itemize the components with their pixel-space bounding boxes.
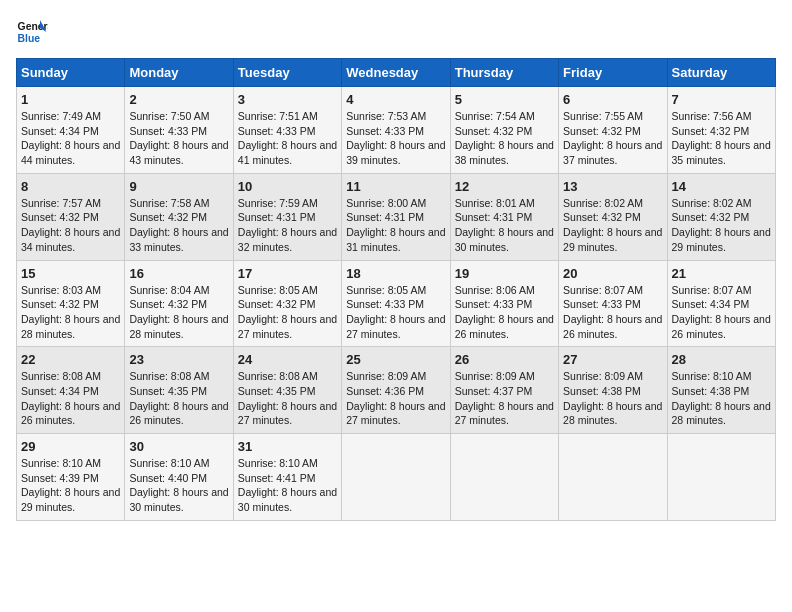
calendar-cell: 9 Sunrise: 7:58 AMSunset: 4:32 PMDayligh… — [125, 173, 233, 260]
calendar-cell: 16 Sunrise: 8:04 AMSunset: 4:32 PMDaylig… — [125, 260, 233, 347]
calendar-table: SundayMondayTuesdayWednesdayThursdayFrid… — [16, 58, 776, 521]
cell-text: Sunrise: 8:09 AMSunset: 4:36 PMDaylight:… — [346, 370, 445, 426]
calendar-cell: 29 Sunrise: 8:10 AMSunset: 4:39 PMDaylig… — [17, 434, 125, 521]
cell-text: Sunrise: 7:49 AMSunset: 4:34 PMDaylight:… — [21, 110, 120, 166]
cell-text: Sunrise: 7:59 AMSunset: 4:31 PMDaylight:… — [238, 197, 337, 253]
calendar-cell: 20 Sunrise: 8:07 AMSunset: 4:33 PMDaylig… — [559, 260, 667, 347]
calendar-cell: 27 Sunrise: 8:09 AMSunset: 4:38 PMDaylig… — [559, 347, 667, 434]
calendar-cell — [667, 434, 775, 521]
calendar-cell: 7 Sunrise: 7:56 AMSunset: 4:32 PMDayligh… — [667, 87, 775, 174]
calendar-cell: 22 Sunrise: 8:08 AMSunset: 4:34 PMDaylig… — [17, 347, 125, 434]
calendar-cell: 31 Sunrise: 8:10 AMSunset: 4:41 PMDaylig… — [233, 434, 341, 521]
calendar-cell: 24 Sunrise: 8:08 AMSunset: 4:35 PMDaylig… — [233, 347, 341, 434]
calendar-cell: 23 Sunrise: 8:08 AMSunset: 4:35 PMDaylig… — [125, 347, 233, 434]
calendar-cell: 14 Sunrise: 8:02 AMSunset: 4:32 PMDaylig… — [667, 173, 775, 260]
calendar-cell — [559, 434, 667, 521]
calendar-cell: 12 Sunrise: 8:01 AMSunset: 4:31 PMDaylig… — [450, 173, 558, 260]
cell-text: Sunrise: 8:08 AMSunset: 4:35 PMDaylight:… — [238, 370, 337, 426]
cell-text: Sunrise: 8:01 AMSunset: 4:31 PMDaylight:… — [455, 197, 554, 253]
calendar-cell: 26 Sunrise: 8:09 AMSunset: 4:37 PMDaylig… — [450, 347, 558, 434]
day-number: 3 — [238, 92, 337, 107]
day-number: 28 — [672, 352, 771, 367]
calendar-cell: 15 Sunrise: 8:03 AMSunset: 4:32 PMDaylig… — [17, 260, 125, 347]
day-number: 20 — [563, 266, 662, 281]
logo: General Blue — [16, 16, 48, 48]
calendar-week-row: 22 Sunrise: 8:08 AMSunset: 4:34 PMDaylig… — [17, 347, 776, 434]
calendar-cell: 2 Sunrise: 7:50 AMSunset: 4:33 PMDayligh… — [125, 87, 233, 174]
cell-text: Sunrise: 8:09 AMSunset: 4:38 PMDaylight:… — [563, 370, 662, 426]
weekday-header: Thursday — [450, 59, 558, 87]
calendar-cell: 3 Sunrise: 7:51 AMSunset: 4:33 PMDayligh… — [233, 87, 341, 174]
day-number: 13 — [563, 179, 662, 194]
weekday-header: Tuesday — [233, 59, 341, 87]
day-number: 14 — [672, 179, 771, 194]
weekday-header: Monday — [125, 59, 233, 87]
day-number: 22 — [21, 352, 120, 367]
calendar-cell: 1 Sunrise: 7:49 AMSunset: 4:34 PMDayligh… — [17, 87, 125, 174]
calendar-cell: 18 Sunrise: 8:05 AMSunset: 4:33 PMDaylig… — [342, 260, 450, 347]
day-number: 7 — [672, 92, 771, 107]
cell-text: Sunrise: 8:10 AMSunset: 4:41 PMDaylight:… — [238, 457, 337, 513]
calendar-cell: 25 Sunrise: 8:09 AMSunset: 4:36 PMDaylig… — [342, 347, 450, 434]
day-number: 16 — [129, 266, 228, 281]
cell-text: Sunrise: 8:04 AMSunset: 4:32 PMDaylight:… — [129, 284, 228, 340]
cell-text: Sunrise: 8:05 AMSunset: 4:32 PMDaylight:… — [238, 284, 337, 340]
cell-text: Sunrise: 7:58 AMSunset: 4:32 PMDaylight:… — [129, 197, 228, 253]
cell-text: Sunrise: 8:07 AMSunset: 4:33 PMDaylight:… — [563, 284, 662, 340]
calendar-cell: 11 Sunrise: 8:00 AMSunset: 4:31 PMDaylig… — [342, 173, 450, 260]
logo-icon: General Blue — [16, 16, 48, 48]
day-number: 1 — [21, 92, 120, 107]
day-number: 26 — [455, 352, 554, 367]
day-number: 19 — [455, 266, 554, 281]
calendar-cell: 8 Sunrise: 7:57 AMSunset: 4:32 PMDayligh… — [17, 173, 125, 260]
day-number: 2 — [129, 92, 228, 107]
weekday-header: Friday — [559, 59, 667, 87]
day-number: 27 — [563, 352, 662, 367]
calendar-week-row: 15 Sunrise: 8:03 AMSunset: 4:32 PMDaylig… — [17, 260, 776, 347]
day-number: 15 — [21, 266, 120, 281]
day-number: 10 — [238, 179, 337, 194]
cell-text: Sunrise: 8:09 AMSunset: 4:37 PMDaylight:… — [455, 370, 554, 426]
cell-text: Sunrise: 7:53 AMSunset: 4:33 PMDaylight:… — [346, 110, 445, 166]
day-number: 18 — [346, 266, 445, 281]
calendar-cell: 4 Sunrise: 7:53 AMSunset: 4:33 PMDayligh… — [342, 87, 450, 174]
calendar-cell: 17 Sunrise: 8:05 AMSunset: 4:32 PMDaylig… — [233, 260, 341, 347]
day-number: 29 — [21, 439, 120, 454]
cell-text: Sunrise: 7:56 AMSunset: 4:32 PMDaylight:… — [672, 110, 771, 166]
cell-text: Sunrise: 7:55 AMSunset: 4:32 PMDaylight:… — [563, 110, 662, 166]
cell-text: Sunrise: 8:10 AMSunset: 4:40 PMDaylight:… — [129, 457, 228, 513]
cell-text: Sunrise: 8:06 AMSunset: 4:33 PMDaylight:… — [455, 284, 554, 340]
cell-text: Sunrise: 7:57 AMSunset: 4:32 PMDaylight:… — [21, 197, 120, 253]
svg-text:Blue: Blue — [18, 33, 41, 44]
cell-text: Sunrise: 8:05 AMSunset: 4:33 PMDaylight:… — [346, 284, 445, 340]
cell-text: Sunrise: 8:02 AMSunset: 4:32 PMDaylight:… — [563, 197, 662, 253]
weekday-header: Sunday — [17, 59, 125, 87]
header: General Blue — [16, 16, 776, 48]
day-number: 12 — [455, 179, 554, 194]
day-number: 17 — [238, 266, 337, 281]
day-number: 11 — [346, 179, 445, 194]
calendar-week-row: 8 Sunrise: 7:57 AMSunset: 4:32 PMDayligh… — [17, 173, 776, 260]
cell-text: Sunrise: 8:08 AMSunset: 4:34 PMDaylight:… — [21, 370, 120, 426]
calendar-cell — [450, 434, 558, 521]
day-number: 24 — [238, 352, 337, 367]
day-number: 31 — [238, 439, 337, 454]
cell-text: Sunrise: 8:07 AMSunset: 4:34 PMDaylight:… — [672, 284, 771, 340]
calendar-cell — [342, 434, 450, 521]
cell-text: Sunrise: 8:00 AMSunset: 4:31 PMDaylight:… — [346, 197, 445, 253]
cell-text: Sunrise: 7:50 AMSunset: 4:33 PMDaylight:… — [129, 110, 228, 166]
day-number: 5 — [455, 92, 554, 107]
calendar-cell: 19 Sunrise: 8:06 AMSunset: 4:33 PMDaylig… — [450, 260, 558, 347]
day-number: 8 — [21, 179, 120, 194]
calendar-header: SundayMondayTuesdayWednesdayThursdayFrid… — [17, 59, 776, 87]
cell-text: Sunrise: 8:08 AMSunset: 4:35 PMDaylight:… — [129, 370, 228, 426]
day-number: 21 — [672, 266, 771, 281]
calendar-cell: 30 Sunrise: 8:10 AMSunset: 4:40 PMDaylig… — [125, 434, 233, 521]
cell-text: Sunrise: 8:10 AMSunset: 4:39 PMDaylight:… — [21, 457, 120, 513]
cell-text: Sunrise: 7:54 AMSunset: 4:32 PMDaylight:… — [455, 110, 554, 166]
cell-text: Sunrise: 8:10 AMSunset: 4:38 PMDaylight:… — [672, 370, 771, 426]
calendar-cell: 10 Sunrise: 7:59 AMSunset: 4:31 PMDaylig… — [233, 173, 341, 260]
calendar-cell: 6 Sunrise: 7:55 AMSunset: 4:32 PMDayligh… — [559, 87, 667, 174]
calendar-week-row: 1 Sunrise: 7:49 AMSunset: 4:34 PMDayligh… — [17, 87, 776, 174]
weekday-header: Saturday — [667, 59, 775, 87]
